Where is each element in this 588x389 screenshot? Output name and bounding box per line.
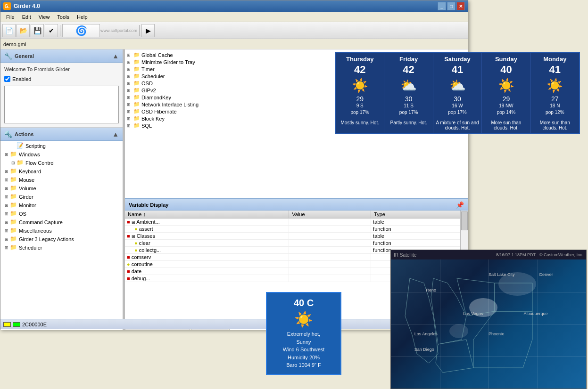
- check-button[interactable]: ✔: [45, 24, 58, 37]
- saturday-icon: ⛅: [435, 78, 480, 93]
- diamondkey-label: DiamondKey: [141, 95, 171, 100]
- network-label: Network Interface Listing: [141, 102, 199, 107]
- monday-high: 41: [533, 64, 577, 76]
- mouse-label: Mouse: [19, 177, 34, 183]
- var-row-classes[interactable]: ■ ⊞ Classes table: [125, 233, 468, 240]
- actions-section-header: 🔩 Actions ▲: [0, 128, 123, 141]
- girder3-label: Girder 3 Legacy Actions: [19, 236, 74, 242]
- tree-item-miscellaneous[interactable]: ⊞ 📁 Miscellaneous: [0, 227, 123, 235]
- menu-tools[interactable]: Tools: [53, 13, 73, 21]
- welcome-text: Welcome To Promixis Girder: [4, 66, 119, 72]
- general-collapse-button[interactable]: ▲: [112, 52, 119, 60]
- scheduler-label: Scheduler: [19, 245, 42, 251]
- label-albuquerque: Albuquerque: [524, 311, 548, 316]
- friday-detail: 11 Spop 17%: [386, 103, 431, 116]
- logo-button[interactable]: 🌀: [62, 24, 100, 37]
- tree-item-flow-control[interactable]: ⊞ 📁 Flow Control: [0, 159, 123, 167]
- osd-hibernate-expander: ⊞: [127, 109, 133, 114]
- tree-item-keyboard[interactable]: ⊞ 📁 Keyboard: [0, 167, 123, 176]
- volume-expander: ⊞: [3, 185, 10, 192]
- sql-label: SQL: [141, 123, 152, 129]
- pin-icon[interactable]: 📌: [456, 201, 464, 209]
- scripting-label: Scripting: [25, 143, 46, 149]
- keyboard-icon: 📁: [10, 168, 17, 175]
- tree-item-scheduler[interactable]: ⊞ 📁 Scheduler: [0, 243, 123, 252]
- diamondkey-expander: ⊞: [127, 95, 133, 100]
- sunday-name: Sunday: [484, 56, 528, 63]
- windows-label: Windows: [19, 152, 40, 157]
- menu-view[interactable]: View: [35, 13, 54, 21]
- var-row-clear[interactable]: ● clear function: [125, 240, 468, 247]
- sql-expander: ⊞: [127, 123, 133, 128]
- var-row-assert[interactable]: ● assert function: [125, 226, 468, 233]
- sunday-desc: More sun than clouds. Hot.: [484, 118, 528, 130]
- friday-desc: Partly sunny. Hot.: [386, 118, 431, 125]
- gipv2-label: GIPv2: [141, 88, 156, 93]
- actions-tree: 📝 Scripting ⊞ 📁 Windows ⊞ 📁 Flow Control: [0, 141, 123, 330]
- satellite-header: IR Satellite 8/16/07 1:18PM PDT © Custom…: [391, 250, 586, 259]
- label-reno: Reno: [426, 288, 437, 292]
- tree-item-os[interactable]: ⊞ 📁 OS: [0, 210, 123, 218]
- satellite-date: 8/16/07 1:18PM PDT: [496, 252, 536, 257]
- tree-item-scripting[interactable]: 📝 Scripting: [0, 142, 123, 150]
- tree-item-mouse[interactable]: ⊞ 📁 Mouse: [0, 176, 123, 184]
- general-textarea[interactable]: [4, 86, 119, 123]
- general-icon: 🔧: [4, 52, 12, 60]
- scheduler-expander: ⊞: [3, 244, 10, 251]
- var-row-ambient[interactable]: ■ ⊞ Ambient... table: [125, 219, 468, 226]
- scripting-expander: [10, 143, 17, 149]
- flow-control-icon: 📁: [17, 159, 24, 167]
- current-weather-widget: 40 C ☀️ Extremely hot,SunnyWind 6 Southw…: [266, 292, 341, 375]
- maximize-button[interactable]: □: [447, 2, 455, 10]
- weather-day-thursday: Thursday 42 ☀️ 29 9 Spop 17% Mostly sunn…: [336, 53, 384, 133]
- minimize-expander: ⊞: [127, 60, 133, 65]
- thursday-detail: 9 Spop 17%: [338, 103, 382, 116]
- tree-item-girder[interactable]: ⊞ 📁 Girder: [0, 193, 123, 201]
- os-expander: ⊞: [3, 211, 10, 217]
- new-button[interactable]: 📄: [2, 24, 16, 37]
- scripting-icon: 📝: [17, 142, 24, 150]
- minimize-button[interactable]: _: [438, 2, 446, 10]
- menu-file[interactable]: File: [2, 13, 18, 21]
- miscellaneous-icon: 📁: [10, 227, 17, 235]
- main-scheduler-expander: ⊞: [127, 74, 133, 79]
- enabled-checkbox[interactable]: [4, 76, 10, 82]
- close-button[interactable]: ✕: [456, 2, 465, 10]
- col-name: Name ↑: [125, 211, 289, 219]
- os-label: OS: [19, 211, 26, 217]
- girder3-icon: 📁: [10, 235, 17, 243]
- tree-item-girder3[interactable]: ⊞ 📁 Girder 3 Legacy Actions: [0, 235, 123, 243]
- menu-help[interactable]: Help: [73, 13, 91, 21]
- var-scrollbar-thumb[interactable]: [461, 211, 468, 230]
- thursday-name: Thursday: [338, 56, 382, 63]
- tree-item-monitor[interactable]: ⊞ 📁 Monitor: [0, 201, 123, 210]
- actions-collapse-button[interactable]: ▲: [112, 130, 119, 138]
- windows-expander: ⊞: [3, 151, 10, 158]
- sunday-icon: ☀️: [484, 78, 528, 93]
- weather-day-friday: Friday 42 ⛅ 30 11 Spop 17% Partly sunny.…: [384, 53, 433, 133]
- menu-edit[interactable]: Edit: [18, 13, 35, 21]
- gipv2-icon: 📁: [133, 87, 140, 93]
- status-led-1: [3, 322, 11, 327]
- mouse-expander: ⊞: [3, 177, 10, 183]
- monday-desc: More sun than clouds. Hot.: [533, 118, 577, 130]
- label-denver: Denver: [539, 272, 553, 277]
- satellite-widget: IR Satellite 8/16/07 1:18PM PDT © Custom…: [390, 250, 587, 389]
- watermark: www.softportal.com: [100, 28, 137, 33]
- block-key-expander: ⊞: [127, 116, 133, 121]
- tree-item-command-capture[interactable]: ⊞ 📁 Command Capture: [0, 218, 123, 227]
- tree-item-volume[interactable]: ⊞ 📁 Volume: [0, 184, 123, 193]
- filepath-text: demo.gml: [3, 41, 26, 47]
- map-svg: [391, 259, 586, 389]
- actions-section: 🔩 Actions ▲ 📝 Scripting ⊞ 📁 Wi: [0, 128, 123, 330]
- timer-expander: ⊞: [127, 67, 133, 72]
- window-title: Girder 4.0: [14, 3, 40, 9]
- os-icon: 📁: [10, 210, 17, 218]
- open-button[interactable]: 📂: [17, 24, 30, 37]
- tree-item-windows[interactable]: ⊞ 📁 Windows: [0, 150, 123, 159]
- toolbar: 📄 📂 💾 ✔ 🌀 www.softportal.com ▶: [0, 22, 468, 39]
- run-button[interactable]: ▶: [141, 24, 155, 37]
- flow-control-expander: ⊞: [10, 160, 17, 166]
- save-button[interactable]: 💾: [31, 24, 44, 37]
- command-capture-expander: ⊞: [3, 219, 10, 226]
